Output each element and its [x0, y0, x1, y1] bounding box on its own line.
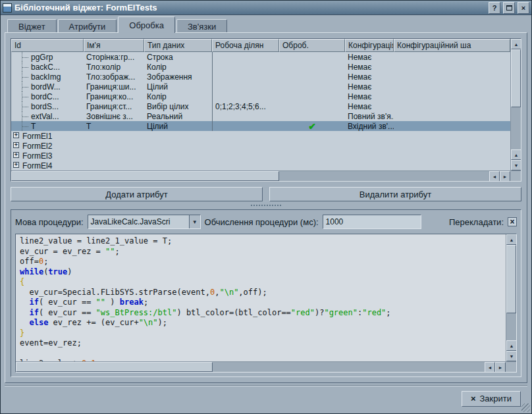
scroll-right-icon[interactable]: ► — [500, 171, 510, 182]
maximize-button[interactable] — [503, 2, 515, 14]
code-vertical-scrollbar[interactable]: ▲ ▲ ▼ — [506, 234, 516, 361]
table-row[interactable]: extVal...Зовнішнє з...РеальнийПовний зв'… — [11, 111, 510, 121]
column-header[interactable]: Id — [11, 39, 84, 52]
table-row[interactable]: bordS...Границя:ст...Вибір цілих0;1;2;3;… — [11, 101, 510, 111]
code-vscroll-track[interactable] — [506, 245, 516, 340]
table-row[interactable]: TTЦілий✔Вхідний зв'... — [11, 121, 510, 131]
scroll-up-icon[interactable]: ▲ — [511, 39, 521, 49]
close-button[interactable]: × Закрити — [462, 391, 521, 407]
scroll-up-icon[interactable]: ▲ — [506, 340, 517, 351]
cell-config: Немає — [345, 72, 394, 82]
splitter-handle[interactable] — [11, 201, 521, 209]
code-token: ( ev_cur == — [39, 298, 96, 307]
tree-row[interactable]: +FormEl3 — [11, 151, 510, 161]
table-hscroll-thumb[interactable] — [11, 171, 279, 181]
scrollbar-corner — [510, 171, 521, 182]
close-window-button[interactable]: × — [518, 2, 529, 14]
title-bar[interactable]: Бібліотечний віджет: FormElTests ? × — [1, 1, 531, 15]
code-line: else ev_rez += (ev_cur+"\n"); — [20, 318, 502, 328]
language-label: Мова процедури: — [15, 217, 84, 227]
code-line: ev_cur = ev_rez = ""; — [20, 247, 502, 257]
language-combobox[interactable]: JavaLikeCalc.JavaScri ▼ — [88, 215, 201, 229]
add-attribute-button[interactable]: Додати атрибут — [11, 187, 263, 201]
code-token: "\n" — [219, 288, 238, 297]
scroll-left-icon[interactable]: ◄ — [489, 171, 500, 182]
code-token — [20, 318, 29, 327]
cell-datatype: Строка — [144, 52, 212, 62]
cell-processing — [279, 52, 345, 62]
dropdown-arrow-icon[interactable]: ▼ — [189, 215, 200, 228]
translate-checkbox[interactable]: × — [508, 217, 517, 226]
cell-datatype: Цілий — [144, 121, 212, 131]
column-header[interactable]: Тип даних — [144, 39, 212, 52]
table-row[interactable]: backC...Тло:колірКолірНемає — [11, 62, 510, 72]
code-hscroll-thumb[interactable] — [16, 362, 213, 372]
code-line: } — [20, 328, 502, 339]
cell-config: Вхідний зв'... — [345, 121, 394, 131]
column-header[interactable]: Оброб. — [279, 39, 345, 52]
scroll-right-icon[interactable]: ► — [495, 362, 506, 373]
code-token: "red" — [362, 308, 386, 317]
column-header[interactable]: Робоча ділян — [212, 39, 279, 52]
code-horizontal-scrollbar[interactable]: ◄ ► — [16, 362, 506, 372]
table-row[interactable]: pgGrpСторінка:гр...СтрокаНемає — [11, 52, 510, 62]
cell-workarea — [212, 82, 279, 91]
cell-id: bordS... — [11, 101, 84, 111]
delete-attribute-button[interactable]: Видалити атрибут — [269, 187, 521, 201]
scroll-up-icon[interactable]: ▲ — [506, 234, 517, 245]
expand-icon[interactable]: + — [13, 132, 19, 138]
expand-icon[interactable]: + — [13, 152, 19, 158]
table-row[interactable]: backImgТло:зображ...ЗображенняНемає — [11, 72, 510, 82]
tree-branch-icon — [14, 82, 31, 91]
calc-period-input[interactable] — [323, 215, 421, 229]
code-token: )? — [315, 308, 324, 317]
scroll-left-icon[interactable]: ◄ — [485, 362, 495, 373]
splitter-dots-icon — [251, 205, 281, 206]
cell-workarea — [212, 52, 279, 62]
tree-row[interactable]: +FormEl4 — [11, 161, 510, 170]
table-row[interactable]: bordW...Границя:ши...ЦілийНемає — [11, 82, 510, 91]
code-token: ev_cur=Special.FLibSYS.strParse(event, — [20, 288, 210, 297]
code-token: ; — [43, 257, 48, 266]
table-vscroll-thumb[interactable] — [511, 49, 521, 107]
scroll-down-icon[interactable]: ▼ — [511, 160, 521, 170]
column-header[interactable]: Конфігураційний ша — [394, 39, 510, 52]
cell-id: backC... — [11, 62, 84, 72]
column-header[interactable]: Конфігурація — [345, 39, 394, 52]
cell-workarea — [212, 91, 279, 101]
column-header[interactable]: Ім'я — [84, 39, 144, 52]
table-vertical-scrollbar[interactable]: ▲ ▲ ▼ — [510, 39, 521, 170]
tree-row[interactable]: +FormEl2 — [11, 141, 510, 151]
code-token: line2_value = line2_1_value = T; — [20, 236, 172, 246]
table-hscroll-track[interactable] — [11, 171, 489, 181]
tree-row[interactable]: +FormEl1 — [11, 131, 510, 141]
tab-3[interactable]: Зв'язки — [176, 19, 227, 33]
code-vscroll-thumb[interactable] — [506, 245, 516, 313]
scroll-down-icon[interactable]: ▼ — [506, 351, 517, 361]
code-text[interactable]: line2_value = line2_1_value = T;ev_cur =… — [16, 234, 506, 361]
tab-1[interactable]: Атрибути — [58, 19, 117, 33]
cell-workarea: 0;1;2;3;4;5;6... — [212, 101, 279, 111]
tab-2[interactable]: Обробка — [118, 16, 175, 33]
help-button[interactable]: ? — [489, 2, 500, 14]
attr-id-text: bordS... — [31, 102, 59, 111]
check-icon: ✔ — [308, 122, 316, 131]
cell-datatype: Зображення — [144, 72, 212, 82]
resize-grip[interactable] — [521, 403, 530, 412]
table-vscroll-track[interactable] — [511, 49, 521, 149]
cell-processing — [279, 82, 345, 91]
procedure-panel: Мова процедури: JavaLikeCalc.JavaScri ▼ … — [11, 209, 521, 377]
code-hscroll-track[interactable] — [16, 362, 485, 372]
table-horizontal-scrollbar[interactable]: ◄ ► — [11, 171, 510, 181]
expand-icon[interactable]: + — [13, 162, 19, 168]
close-icon: × — [471, 394, 476, 403]
cell-datatype: Колір — [144, 91, 212, 101]
expand-icon[interactable]: + — [13, 142, 19, 148]
attr-id-text: extVal... — [31, 112, 59, 121]
code-token: ) — [105, 298, 120, 307]
tab-0[interactable]: Віджет — [7, 19, 57, 33]
cell-config: Немає — [345, 91, 394, 101]
table-row[interactable]: bordC...Границя:ко...КолірНемає — [11, 91, 510, 101]
cell-config-template — [394, 101, 510, 111]
scroll-up-icon[interactable]: ▲ — [511, 149, 521, 160]
